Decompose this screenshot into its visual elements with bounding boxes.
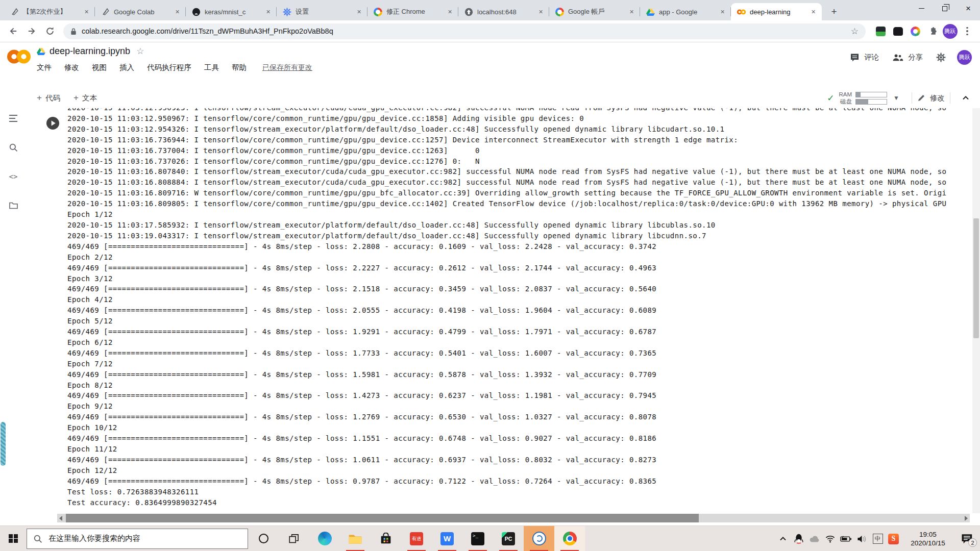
notification-center-button[interactable]: 2	[954, 526, 980, 551]
run-cell-button[interactable]	[46, 116, 60, 132]
extensions-menu[interactable]	[925, 23, 940, 39]
menu-item[interactable]: 文件	[37, 63, 52, 72]
chrome-app[interactable]	[554, 526, 585, 551]
tab-close-icon[interactable]: ×	[173, 8, 182, 16]
input-method-indicator[interactable]: 中	[870, 526, 886, 551]
add-text-button[interactable]: + 文本	[74, 93, 97, 103]
menu-item[interactable]: 修改	[64, 63, 79, 72]
edit-mode-button[interactable]: 修改	[917, 93, 945, 103]
browser-tab[interactable]: Google Colab×	[95, 3, 186, 20]
console-line: Epoch 7/12	[67, 359, 966, 369]
sidebar-scroll-thumb[interactable]	[1, 422, 6, 466]
microsoft-store-app[interactable]	[371, 526, 401, 551]
browser-tab[interactable]: localhost:648×	[458, 3, 549, 20]
settings-gear-icon[interactable]	[936, 53, 946, 62]
cortana-button[interactable]	[248, 526, 279, 551]
account-avatar[interactable]: 腾跃	[957, 50, 972, 65]
resources-dropdown-caret[interactable]: ▼	[893, 94, 899, 102]
console-line: 2020-10-15 11:03:16.737004: I tensorflow…	[67, 145, 966, 156]
pycharm-app[interactable]: PC	[493, 526, 524, 551]
notebook-title-row: deep-learning.ipynb ☆	[37, 46, 144, 57]
battery-tray-icon[interactable]	[838, 526, 854, 551]
back-button[interactable]	[5, 23, 21, 39]
comment-button[interactable]: 评论	[850, 53, 879, 62]
tab-close-icon[interactable]: ×	[446, 8, 454, 16]
file-explorer-app[interactable]	[340, 526, 371, 551]
tab-close-icon[interactable]: ×	[536, 8, 545, 16]
extension-3[interactable]	[908, 23, 923, 39]
resource-gauges[interactable]	[855, 92, 887, 105]
browser-tab[interactable]: 【第2次作业】×	[4, 3, 95, 20]
tab-close-icon[interactable]: ×	[264, 8, 273, 16]
new-tab-button[interactable]: +	[827, 5, 841, 19]
scroll-right-arrow[interactable]	[965, 516, 968, 521]
university-client-app-icon	[532, 532, 546, 545]
terminal-app[interactable]: >_	[462, 526, 493, 551]
address-bar[interactable]: colab.research.google.com/drive/11Tszn_d…	[63, 23, 866, 39]
browser-menu[interactable]	[960, 23, 975, 39]
youdao-app[interactable]: 有道	[401, 526, 432, 551]
code-snippets-icon[interactable]: <>	[7, 170, 19, 183]
colab-header-actions: 评论 分享 腾跃	[837, 50, 972, 65]
taskbar-clock[interactable]: 19:05 2020/10/15	[901, 530, 954, 547]
menu-item[interactable]: 视图	[92, 63, 107, 72]
extensions-menu-icon	[928, 27, 938, 36]
notebook-title[interactable]: deep-learning.ipynb	[50, 46, 130, 57]
hidden-icons-button[interactable]	[775, 526, 791, 551]
taskbar-search-box[interactable]: 在这里输入你要搜索的内容	[27, 529, 248, 549]
volume-tray-icon-glyph	[857, 535, 867, 543]
extension-2[interactable]	[890, 23, 905, 39]
wps-app[interactable]: W	[432, 526, 462, 551]
vertical-scrollbar[interactable]	[972, 108, 980, 513]
tab-close-icon[interactable]: ×	[809, 8, 818, 16]
tab-close-icon[interactable]: ×	[355, 8, 363, 16]
window-close-button[interactable]: ×	[957, 0, 980, 17]
console-line: 469/469 [==============================]…	[67, 327, 966, 337]
console-line: Epoch 3/12	[67, 273, 966, 284]
window-restore-button[interactable]	[933, 0, 957, 17]
saved-status[interactable]: 已保存所有更改	[262, 63, 312, 72]
find-replace-icon[interactable]	[7, 141, 19, 154]
menu-item[interactable]: 帮助	[232, 63, 247, 72]
console-line: 2020-10-15 11:03:16.807840: I tensorflow…	[67, 166, 966, 177]
add-code-button[interactable]: + 代码	[37, 93, 60, 103]
tab-close-icon[interactable]: ×	[82, 8, 91, 16]
collapse-section-icon[interactable]	[962, 94, 970, 102]
share-button[interactable]: 分享	[892, 53, 923, 62]
console-line: 469/469 [==============================]…	[67, 433, 966, 444]
browser-tab[interactable]: 设置×	[277, 3, 368, 20]
profile-avatar[interactable]: 腾跃	[942, 23, 958, 39]
university-client-app[interactable]	[524, 526, 554, 551]
browser-tab[interactable]: keras/mnist_c×	[186, 3, 277, 20]
window-minimize-button[interactable]	[910, 0, 933, 17]
vertical-scroll-thumb[interactable]	[973, 218, 979, 338]
onedrive-tray-icon[interactable]	[806, 526, 822, 551]
volume-tray-icon[interactable]	[854, 526, 870, 551]
scroll-left-arrow[interactable]	[59, 516, 62, 521]
tab-close-icon[interactable]: ×	[718, 8, 727, 16]
edge-app[interactable]	[309, 526, 340, 551]
reload-button[interactable]	[42, 23, 58, 39]
menu-item[interactable]: 代码执行程序	[147, 63, 191, 72]
browser-tab[interactable]: 修正 Chrome×	[368, 3, 458, 20]
browser-tab[interactable]: app - Google×	[640, 3, 731, 20]
horizontal-scrollbar[interactable]	[57, 514, 970, 522]
sogou-tray-icon[interactable]: S	[886, 526, 901, 551]
tab-close-icon[interactable]: ×	[627, 8, 636, 16]
qq-tray-icon[interactable]	[791, 526, 806, 551]
star-notebook-icon[interactable]: ☆	[136, 46, 144, 57]
start-button[interactable]	[0, 526, 27, 551]
horizontal-scroll-thumb[interactable]	[66, 514, 699, 522]
bookmark-star-icon[interactable]: ☆	[851, 26, 859, 37]
wifi-tray-icon[interactable]	[822, 526, 838, 551]
forward-button[interactable]	[23, 23, 40, 39]
share-icon	[892, 54, 903, 61]
extension-1[interactable]	[873, 23, 888, 39]
menu-item[interactable]: 工具	[204, 63, 219, 72]
browser-tab[interactable]: Google 帳戶×	[549, 3, 640, 20]
task-view-button[interactable]	[279, 526, 309, 551]
table-of-contents-icon[interactable]	[7, 112, 19, 124]
files-icon[interactable]	[7, 199, 19, 212]
menu-item[interactable]: 插入	[119, 63, 134, 72]
browser-tab[interactable]: deep-learning×	[731, 3, 822, 20]
